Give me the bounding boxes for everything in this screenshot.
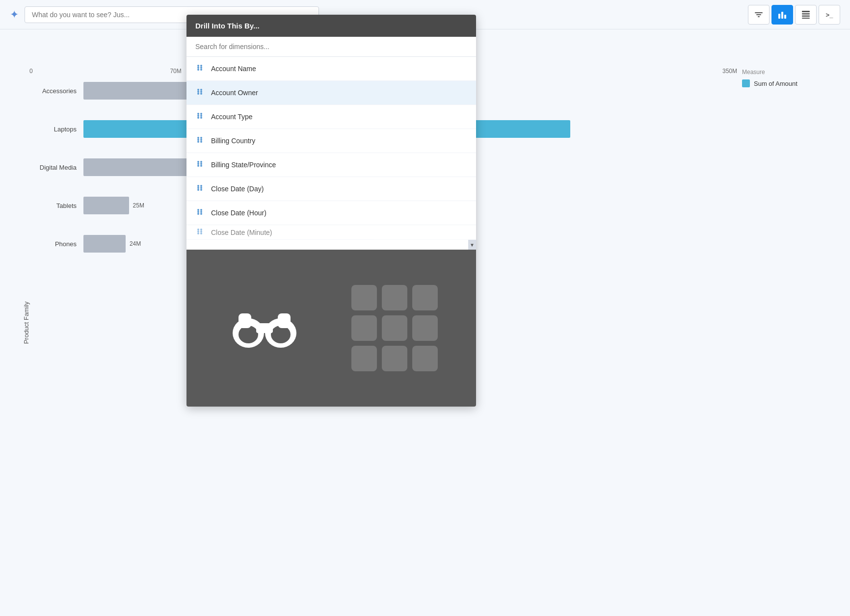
svg-rect-9 [802, 18, 810, 19]
svg-point-37 [200, 163, 202, 165]
drill-item-close-date-day[interactable]: Close Date (Day) [186, 177, 476, 201]
drag-icon-billing-state [195, 159, 204, 170]
code-view-button[interactable]: >_ [819, 5, 840, 25]
svg-point-47 [200, 209, 202, 211]
drill-label-close-date-hour: Close Date (Hour) [211, 209, 266, 217]
svg-point-55 [200, 231, 202, 232]
drill-item-close-date-hour[interactable]: Close Date (Hour) [186, 201, 476, 225]
svg-point-25 [200, 115, 202, 117]
bar-label-accessories: Accessories [29, 87, 83, 95]
drag-icon-close-date-minute [195, 227, 204, 238]
svg-point-52 [197, 229, 199, 231]
svg-point-12 [197, 67, 199, 69]
svg-point-28 [197, 137, 199, 139]
grid-cell-1 [351, 285, 377, 310]
drill-label-account-name: Account Name [211, 65, 256, 73]
svg-point-56 [197, 232, 199, 234]
svg-rect-7 [802, 13, 810, 15]
svg-point-40 [197, 185, 199, 187]
svg-point-21 [200, 93, 202, 95]
scroll-down-arrow[interactable]: ▼ [468, 240, 476, 250]
drill-overlay: Drill Into This By... Account Name [186, 15, 476, 407]
grid-cell-9 [412, 346, 438, 371]
drag-icon-close-date-hour [195, 207, 204, 218]
svg-point-16 [197, 89, 199, 91]
bar-tablets [83, 197, 129, 214]
svg-point-44 [197, 189, 199, 191]
bar-label-tablets: Tablets [29, 202, 83, 209]
drag-icon-account-type [195, 111, 204, 122]
svg-point-42 [197, 187, 199, 189]
grid-cell-5 [382, 315, 407, 341]
drill-label-account-owner: Account Owner [211, 89, 258, 97]
svg-point-38 [197, 165, 199, 167]
bar-label-laptops: Laptops [29, 126, 83, 133]
svg-rect-8 [802, 16, 810, 17]
measure-title: Measure [742, 69, 840, 76]
x-label-0: 0 [29, 68, 33, 75]
drill-item-close-date-minute[interactable]: Close Date (Minute) [186, 225, 476, 240]
svg-point-43 [200, 187, 202, 189]
drill-title: Drill Into This By... [195, 22, 260, 30]
svg-point-20 [197, 93, 199, 95]
table-view-button[interactable] [795, 5, 817, 25]
svg-rect-64 [278, 313, 291, 328]
bar-label-digital-media: Digital Media [29, 164, 83, 171]
svg-rect-6 [802, 11, 810, 12]
svg-point-45 [200, 189, 202, 191]
svg-rect-4 [781, 12, 783, 19]
svg-point-32 [197, 141, 199, 143]
svg-point-29 [200, 137, 202, 139]
svg-point-31 [200, 139, 202, 141]
svg-point-18 [197, 91, 199, 93]
svg-point-61 [271, 326, 291, 343]
grid-cell-3 [412, 285, 438, 310]
svg-point-14 [197, 69, 199, 71]
svg-point-53 [200, 229, 202, 231]
drill-item-billing-state[interactable]: Billing State/Province [186, 153, 476, 177]
measure-color-swatch [742, 79, 750, 87]
drag-icon-account-name [195, 63, 204, 74]
measure-panel: Measure Sum of Amount [742, 69, 840, 87]
svg-point-34 [197, 161, 199, 163]
svg-point-11 [200, 65, 202, 67]
drill-label-account-type: Account Type [211, 113, 253, 121]
drill-header-wrapper: Drill Into This By... [186, 15, 476, 37]
drill-item-account-type[interactable]: Account Type [186, 105, 476, 129]
svg-rect-62 [256, 323, 273, 333]
binoculars-icon [225, 289, 304, 367]
svg-point-54 [197, 231, 199, 232]
measure-item: Sum of Amount [742, 79, 840, 87]
svg-point-13 [200, 67, 202, 69]
drill-search-input[interactable] [186, 37, 476, 57]
grid-cell-4 [351, 315, 377, 341]
grid-cell-7 [351, 346, 377, 371]
measure-label: Sum of Amount [754, 80, 797, 87]
apps-grid-icon [351, 285, 438, 371]
filter-button[interactable] [748, 5, 770, 25]
svg-point-23 [200, 113, 202, 115]
svg-point-22 [197, 113, 199, 115]
y-axis-label: Product Family [23, 302, 30, 344]
drill-bottom-panel [186, 250, 476, 407]
drill-list: Account Name Account Owner [186, 57, 476, 250]
ai-icon: ✦ [10, 8, 19, 21]
grid-cell-6 [412, 315, 438, 341]
svg-point-33 [200, 141, 202, 143]
drill-item-account-owner[interactable]: Account Owner [186, 81, 476, 105]
svg-rect-63 [239, 313, 251, 328]
drag-icon-close-date-day [195, 183, 204, 194]
svg-point-26 [197, 117, 199, 119]
drill-header: Drill Into This By... [186, 15, 476, 37]
svg-point-57 [200, 232, 202, 234]
svg-point-24 [197, 115, 199, 117]
svg-rect-2 [758, 16, 760, 17]
grid-cell-2 [382, 285, 407, 310]
svg-rect-5 [784, 15, 786, 19]
bar-phones [83, 235, 126, 253]
chart-view-button[interactable] [771, 5, 793, 25]
svg-point-50 [197, 213, 199, 215]
svg-point-36 [197, 163, 199, 165]
drill-item-billing-country[interactable]: Billing Country [186, 129, 476, 153]
drill-item-account-name[interactable]: Account Name [186, 57, 476, 81]
